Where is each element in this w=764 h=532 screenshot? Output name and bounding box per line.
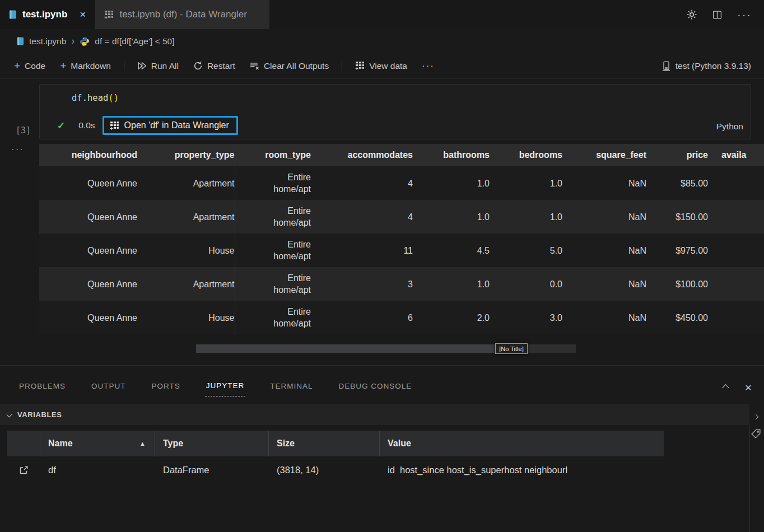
clear-all-outputs-button[interactable]: Clear All Outputs bbox=[245, 59, 334, 73]
panel-tab-output[interactable]: OUTPUT bbox=[90, 376, 127, 396]
plus-icon: + bbox=[14, 60, 20, 71]
tag-filter-icon[interactable] bbox=[751, 428, 761, 439]
code-cell[interactable]: df.head() ✓ 0.0s Open 'df' in Data Wrang… bbox=[39, 84, 751, 139]
panel-tab-jupyter[interactable]: JUPYTER bbox=[205, 375, 246, 396]
code-token-dot: . bbox=[82, 93, 87, 103]
success-check-icon: ✓ bbox=[57, 120, 65, 132]
table-cell bbox=[708, 234, 764, 267]
breadcrumb-separator: › bbox=[71, 35, 74, 47]
table-cell: House bbox=[137, 234, 235, 267]
more-actions-icon[interactable]: ··· bbox=[737, 8, 752, 21]
cell-code[interactable]: df.head() bbox=[40, 85, 751, 103]
table-cell: Entire home/apt bbox=[235, 200, 311, 234]
table-cell: 1.0 bbox=[413, 200, 490, 234]
variable-size: (3818, 14) bbox=[269, 465, 380, 475]
run-all-button[interactable]: Run All bbox=[132, 59, 184, 73]
sort-ascending-icon: ▲ bbox=[139, 440, 146, 447]
table-cell: 4.5 bbox=[413, 234, 490, 267]
table-cell: Entire home/apt bbox=[235, 166, 311, 200]
table-cell: Queen Anne bbox=[39, 166, 137, 200]
table-row: Queen Anne Apartment Entire home/apt 4 1… bbox=[39, 200, 764, 234]
restart-kernel-button[interactable]: Restart bbox=[188, 59, 240, 73]
editor-actions: ··· bbox=[686, 0, 764, 29]
column-header: availa bbox=[708, 144, 764, 166]
maximize-panel-icon[interactable] bbox=[723, 382, 728, 393]
cell-language-picker[interactable]: Python bbox=[716, 122, 743, 132]
table-cell bbox=[708, 200, 764, 234]
panel-tab-debug-console[interactable]: DEBUG CONSOLE bbox=[338, 376, 413, 396]
toolbar-more-icon[interactable]: ··· bbox=[417, 58, 440, 74]
variable-row-df[interactable]: df DataFrame (3818, 14) id host_since ho… bbox=[7, 456, 749, 483]
add-markdown-cell-button[interactable]: + Markdown bbox=[55, 58, 116, 73]
table-cell: Apartment bbox=[137, 267, 235, 301]
bottom-panel: PROBLEMS OUTPUT PORTS JUPYTER TERMINAL D… bbox=[0, 365, 764, 532]
table-cell: Entire home/apt bbox=[235, 267, 311, 301]
notebook-editor: [3] df.head() ✓ 0.0s O bbox=[0, 79, 764, 365]
grid-header-name[interactable]: Name ▲ bbox=[40, 431, 155, 456]
dataframe-output: neighbourhood property_type room_type ac… bbox=[39, 144, 764, 338]
table-cell: 3 bbox=[311, 267, 413, 301]
panel-tab-problems[interactable]: PROBLEMS bbox=[18, 376, 67, 396]
table-cell: NaN bbox=[562, 166, 646, 200]
scrollbar-tooltip: [No Title] bbox=[495, 343, 528, 354]
grid-header-size[interactable]: Size bbox=[269, 431, 380, 456]
view-data-button[interactable]: View data bbox=[350, 59, 412, 73]
table-cell: 3.0 bbox=[490, 301, 562, 334]
grid-header-value[interactable]: Value bbox=[380, 431, 664, 456]
table-cell: $975.00 bbox=[646, 234, 708, 267]
column-header: bedrooms bbox=[490, 144, 562, 166]
table-cell: 5.0 bbox=[490, 234, 562, 267]
vscode-window: test.ipynb × test.ipynb (df) - Data Wran… bbox=[0, 0, 764, 532]
table-cell: Apartment bbox=[137, 166, 235, 200]
table-cell: House bbox=[137, 301, 235, 334]
variable-value: id host_since host_is_superhost neighbou… bbox=[380, 465, 664, 475]
plus-icon: + bbox=[60, 60, 66, 71]
notebook-file-icon bbox=[9, 10, 17, 19]
open-variable-icon[interactable] bbox=[7, 465, 40, 475]
table-cell: 1.0 bbox=[413, 267, 490, 301]
add-code-cell-button[interactable]: + Code bbox=[9, 58, 50, 73]
code-token-head: head bbox=[87, 93, 108, 103]
output-menu-icon[interactable]: ··· bbox=[11, 144, 24, 155]
table-cell: NaN bbox=[562, 200, 646, 234]
chevron-down-icon bbox=[7, 412, 12, 417]
run-all-label: Run All bbox=[151, 61, 179, 71]
restart-icon bbox=[193, 61, 203, 71]
kernel-picker-button[interactable]: test (Python 3.9.13) bbox=[656, 59, 756, 73]
table-cell: Entire home/apt bbox=[235, 234, 311, 267]
breadcrumb-cell-code[interactable]: df = df[df['Age'] < 50] bbox=[95, 36, 174, 46]
column-header: accommodates bbox=[311, 144, 413, 166]
panel-tab-terminal[interactable]: TERMINAL bbox=[269, 376, 314, 396]
settings-gear-icon[interactable] bbox=[686, 9, 697, 20]
open-in-data-wrangler-button[interactable]: Open 'df' in Data Wrangler bbox=[103, 116, 238, 135]
table-cell: 2.0 bbox=[413, 301, 490, 334]
close-panel-icon[interactable]: × bbox=[745, 381, 752, 393]
variable-name: df bbox=[40, 465, 155, 475]
data-wrangler-icon bbox=[104, 10, 114, 20]
table-cell: 1.0 bbox=[490, 166, 562, 200]
table-cell: $450.00 bbox=[646, 301, 708, 334]
variables-section-header[interactable]: VARIABLES bbox=[0, 404, 749, 425]
table-cell: Queen Anne bbox=[39, 200, 137, 234]
table-cell: 4 bbox=[311, 166, 413, 200]
chevron-right-icon[interactable] bbox=[754, 411, 758, 421]
grid-header-type[interactable]: Type bbox=[155, 431, 269, 456]
cell-duration: 0.0s bbox=[78, 120, 95, 130]
table-cell: 6 bbox=[311, 301, 413, 334]
table-row: Queen Anne Apartment Entire home/apt 4 1… bbox=[39, 166, 764, 200]
table-cell: 0.0 bbox=[490, 267, 562, 301]
panel-actions: × bbox=[723, 381, 752, 393]
breadcrumb-file[interactable]: test.ipynb bbox=[29, 36, 66, 46]
dataframe-table: neighbourhood property_type room_type ac… bbox=[39, 144, 764, 334]
kernel-label: test (Python 3.9.13) bbox=[676, 61, 751, 71]
table-cell: Apartment bbox=[137, 200, 235, 234]
close-tab-icon[interactable]: × bbox=[80, 8, 86, 21]
kernel-icon bbox=[661, 61, 671, 71]
tab-data-wrangler[interactable]: test.ipynb (df) - Data Wrangler bbox=[95, 0, 269, 29]
name-header-label: Name bbox=[48, 438, 73, 449]
table-cell: Queen Anne bbox=[39, 301, 137, 334]
column-header: room_type bbox=[235, 144, 311, 166]
panel-tab-ports[interactable]: PORTS bbox=[151, 376, 181, 396]
tab-test-ipynb[interactable]: test.ipynb × bbox=[0, 0, 95, 29]
split-editor-icon[interactable] bbox=[712, 10, 723, 20]
